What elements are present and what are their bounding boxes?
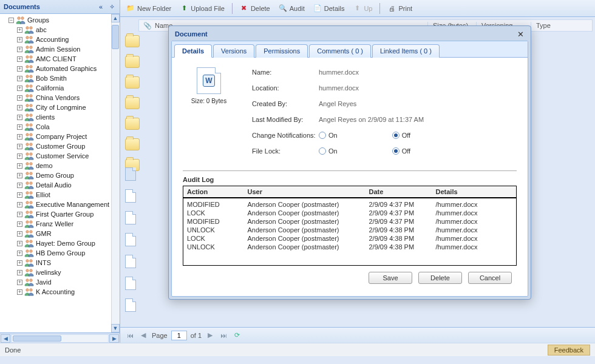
tab-versions[interactable]: Versions [213,44,254,58]
folder-icon[interactable] [125,56,140,68]
tree-item[interactable]: +Executive Manangement [0,200,120,209]
sidebar-title: Documents [4,3,40,10]
folder-icon[interactable] [125,76,140,89]
tree-item[interactable]: +Detail Audio [0,180,120,190]
folder-icon[interactable] [125,138,140,150]
document-icon[interactable] [125,233,136,246]
feedback-button[interactable]: Feedback [548,345,590,356]
svg-point-9 [30,56,32,58]
collapse-icon[interactable]: « [97,2,105,11]
svg-point-32 [26,172,29,175]
audit-button[interactable]: 🔍 Audit [276,3,307,14]
tab-comments[interactable]: Comments ( 0 ) [309,44,371,58]
tab-permissions[interactable]: Permissions [256,44,308,58]
document-icon[interactable] [125,298,136,312]
scroll-right-icon[interactable]: ▶ [109,334,119,343]
tab-details[interactable]: Details [174,44,212,58]
tree-item[interactable]: +Cola [0,122,120,132]
h-scroll-thumb[interactable] [13,335,61,342]
dialog-delete-button[interactable]: Delete [418,272,462,284]
upload-file-button[interactable]: ⬆ Upload File [177,3,227,14]
tree-item[interactable]: +Admin Session [0,44,120,54]
tab-linked[interactable]: Linked Items ( 0 ) [372,44,440,58]
tree-item[interactable]: +ivelinsky [0,268,120,277]
tree-item[interactable]: +Bob Smith [0,73,120,83]
tree-item[interactable]: +Customer Group [0,141,120,151]
document-icon[interactable] [125,277,136,290]
scroll-thumb[interactable] [112,25,119,49]
folder-icon[interactable] [125,118,140,130]
file-thumbnail: W [197,67,221,94]
last-page-button[interactable]: ⏭ [219,331,228,340]
tree-item[interactable]: +GMR [0,229,120,238]
tree-item[interactable]: +Automated Graphics [0,64,120,73]
file-lock-on-radio[interactable]: On [319,147,338,155]
tree-panel[interactable]: −Groups+abc+Accounting+Admin Session+AMC… [0,14,120,333]
new-folder-button[interactable]: 📁 New Folder [124,3,174,14]
document-icon[interactable] [125,167,136,181]
group-icon [24,210,34,218]
tree-item[interactable]: +Accounting [0,35,120,44]
tree-item[interactable]: +Customer Service [0,151,120,161]
notifications-off-radio[interactable]: Off [392,132,410,139]
tree-item[interactable]: +abc [0,25,120,35]
prev-page-button[interactable]: ◀ [138,331,148,340]
document-icon[interactable] [125,255,136,268]
details-button[interactable]: 📄 Details [311,3,347,14]
scroll-up-icon[interactable]: ▲ [111,14,120,22]
tree-item[interactable]: +California [0,83,120,93]
scroll-down-icon[interactable]: ▼ [111,324,120,332]
document-icon[interactable] [125,189,136,203]
scroll-left-icon[interactable]: ◀ [1,334,10,343]
folder-plus-icon: 📁 [126,4,135,13]
first-page-button[interactable]: ⏮ [125,331,135,340]
print-label: Print [398,5,412,12]
dialog-titlebar[interactable]: Document ✕ [171,29,528,41]
tree-item[interactable]: +Javid [0,277,120,287]
tree-item[interactable]: +Company Project [0,132,120,141]
upload-icon: ⬆ [180,4,188,13]
tree-item[interactable]: +First Quarter Group [0,209,120,219]
delete-button[interactable]: ✖ Delete [237,3,273,14]
vertical-scrollbar[interactable]: ▲ ▼ [111,14,120,332]
cancel-button[interactable]: Cancel [468,272,512,284]
tree-item[interactable]: +Demo Group [0,170,120,180]
tree-item[interactable]: +City of Longmine [0,103,120,112]
tree-item[interactable]: +demo [0,161,120,170]
col-type[interactable]: Type [531,22,592,29]
horizontal-scrollbar[interactable]: ◀ ▶ [0,333,120,343]
page-input[interactable] [171,331,187,340]
tree-root[interactable]: −Groups [0,15,120,25]
tree-item[interactable]: +INTS [0,258,120,268]
folder-icon[interactable] [125,35,140,47]
svg-point-33 [30,172,32,175]
group-icon [24,278,34,286]
group-icon [24,55,34,63]
audit-row: UNLOCKAnderson Cooper (postmaster)2/9/09… [183,243,517,266]
save-button[interactable]: Save [369,272,412,284]
group-icon [24,200,34,209]
file-lock-off-radio[interactable]: Off [392,147,410,155]
print-icon: 🖨 [387,4,396,13]
tree-item[interactable]: +Hayet: Demo Group [0,238,120,248]
word-doc-icon: W [203,75,215,87]
tree-item[interactable]: +K Accounting [0,287,120,297]
tree-item[interactable]: +clients [0,112,120,122]
tree-item[interactable]: +HB Demo Group [0,248,120,258]
up-button[interactable]: ⬆ Up [350,3,375,14]
up-label: Up [364,5,372,12]
tree-item[interactable]: +Elliot [0,190,120,200]
group-icon [24,288,34,296]
tree-item[interactable]: +AMC CLIENT [0,54,120,64]
next-page-button[interactable]: ▶ [205,331,215,340]
pin-icon[interactable]: ✧ [107,2,116,11]
group-icon [24,45,34,53]
folder-icon[interactable] [125,97,140,109]
close-icon[interactable]: ✕ [516,30,525,38]
tree-item[interactable]: +China Vendors [0,93,120,103]
tree-item[interactable]: +Franz Weller [0,219,120,229]
notifications-on-radio[interactable]: On [319,132,338,139]
document-icon[interactable] [125,211,136,224]
refresh-button[interactable]: ⟳ [232,331,242,340]
print-button[interactable]: 🖨 Print [385,3,415,14]
